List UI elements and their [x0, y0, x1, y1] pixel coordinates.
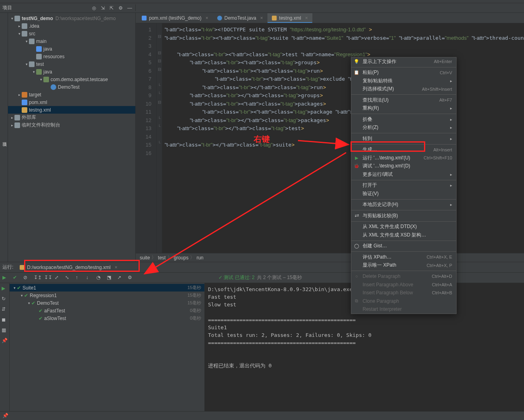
- gear-icon[interactable]: ⚙: [118, 5, 124, 11]
- tree-main[interactable]: ▾main: [8, 37, 135, 45]
- expand-icon[interactable]: ⇲: [101, 5, 106, 11]
- run-config-tab[interactable]: D:/workspace/testNG_demo/testng.xml ×: [16, 263, 120, 272]
- tree-cls[interactable]: DemoTest: [8, 83, 135, 91]
- locate-icon[interactable]: ◎: [92, 5, 98, 11]
- ctx-gen-dtd[interactable]: 从 XML 文件生成 DTD(X): [351, 223, 456, 231]
- ctx-refactor[interactable]: 重构(R)▸: [351, 104, 456, 113]
- expand-icon[interactable]: ⤢: [55, 275, 61, 281]
- editor-tabs: pom.xml (testNG_demo)× DemoTest.java× te…: [136, 13, 524, 23]
- ctx-more-run[interactable]: 更多运行/调试▸: [351, 170, 456, 179]
- breadcrumb[interactable]: suite〉 test〉 groups〉 run: [136, 253, 524, 262]
- module-icon: [14, 16, 20, 21]
- line-gutter[interactable]: 12345678910111213141516: [136, 23, 157, 253]
- close-icon[interactable]: ×: [206, 15, 208, 21]
- ctx-find-usages[interactable]: 查找用法(U)Alt+F7: [351, 96, 456, 104]
- test-status: ✓ 测试 已通过: 2 共 2 个测试 – 15毫秒: [218, 274, 302, 281]
- ctx-show-context[interactable]: 💡显示上下文操作Alt+Enter: [351, 57, 456, 66]
- code-editor[interactable]: "t-attr">class="t-kw"><!DOCTYPE suite SY…: [162, 23, 524, 253]
- ctx-local-history[interactable]: 本地历史记录(H)▸: [351, 201, 456, 209]
- run-icon: ▶: [354, 155, 359, 161]
- test-tree[interactable]: ▾✔Suite115毫秒 ▾✔Regression115毫秒 ▾✔DemoTes…: [10, 283, 205, 411]
- pin-icon[interactable]: 📌: [2, 338, 8, 344]
- scratch-icon: [14, 122, 20, 128]
- tree-scratch[interactable]: ▸临时文件和控制台: [8, 121, 135, 129]
- collapse-icon[interactable]: ⇱: [110, 5, 115, 11]
- breadcrumb-item[interactable]: groups: [174, 255, 189, 261]
- close-icon[interactable]: ×: [305, 15, 308, 21]
- breadcrumb-item[interactable]: suite: [140, 255, 150, 261]
- stats-icon[interactable]: ⬔: [107, 275, 113, 281]
- tab-pom[interactable]: pom.xml (testNG_demo)×: [137, 13, 213, 23]
- left-gutter-strip[interactable]: 项目: [0, 13, 8, 262]
- ctx-debug[interactable]: 🐞调试 '…\testng.xml'(D): [351, 162, 456, 171]
- ctx-paste[interactable]: 📋粘贴(P)Ctrl+V: [351, 69, 456, 77]
- ctx-show-xpath[interactable]: 显示唯一 XPathCtrl+Alt+X, P: [351, 261, 456, 270]
- prev-icon[interactable]: ↑: [75, 275, 82, 281]
- ctx-paste-special[interactable]: 复制/粘贴特殊▸: [351, 77, 456, 85]
- export-icon[interactable]: ↗: [117, 275, 124, 281]
- tree-test[interactable]: ▾test: [8, 60, 135, 68]
- test-suite-row[interactable]: ▾✔Suite115毫秒: [10, 284, 204, 292]
- ctx-fold[interactable]: 折叠▸: [351, 115, 456, 124]
- sort2-icon[interactable]: ↧↧: [44, 275, 51, 281]
- bulb-icon: 💡: [354, 59, 359, 64]
- ctx-analyze[interactable]: 分析(Z)▸: [351, 124, 456, 132]
- layout-icon[interactable]: ▦: [2, 327, 8, 334]
- rerun-icon[interactable]: ▶: [2, 285, 8, 292]
- test-folder-icon: [36, 69, 42, 75]
- ctx-compare-clip[interactable]: ⮂与剪贴板比较(B): [351, 212, 456, 220]
- paste-icon: 📋: [354, 70, 359, 75]
- ctx-run[interactable]: ▶运行 '…\testng.xml'(U)Ctrl+Shift+F10: [351, 154, 456, 162]
- tree-root-path: D:\workspace\testNG_demo: [55, 16, 116, 21]
- rerun-failed-icon[interactable]: ↻: [2, 296, 8, 302]
- close-icon[interactable]: ×: [114, 265, 117, 270]
- gear-icon[interactable]: ⚙: [128, 275, 134, 281]
- breadcrumb-item[interactable]: run: [196, 255, 203, 261]
- source-folder-icon: [36, 46, 42, 52]
- ctx-gist[interactable]: ◯创建 Gist…: [351, 242, 456, 251]
- ctx-clone-para: ⧉Clone Paragraph: [351, 297, 456, 306]
- fold-column[interactable]: ⊟ ⊟⊟⊟ └└ ⊟└ └└: [157, 23, 162, 253]
- tab-testng[interactable]: testng.xml×: [267, 13, 312, 23]
- ctx-generate[interactable]: 生成…Alt+Insert: [351, 146, 456, 154]
- tree-testng[interactable]: testng.xml: [8, 106, 135, 114]
- tree-ext-lib[interactable]: ▸外部库: [8, 114, 135, 121]
- pin-icon[interactable]: 📌: [2, 413, 9, 419]
- tree-pkg[interactable]: ▾com.demo.apitest.testcase: [8, 75, 135, 83]
- test-class-row[interactable]: ▾✔DemoTest15毫秒: [10, 299, 204, 307]
- ctx-gen-xsd[interactable]: 从 XML 文件生成 XSD 架构…: [351, 231, 456, 239]
- sort-icon[interactable]: ↧↥: [34, 275, 40, 281]
- cross-icon[interactable]: ⊘: [23, 275, 30, 281]
- next-icon[interactable]: ↓: [86, 275, 92, 281]
- ctx-eval-xpath[interactable]: 评估 XPath…Ctrl+Alt+X, E: [351, 253, 456, 261]
- tree-test-java[interactable]: ▾java: [8, 68, 135, 75]
- xml-file-icon: [22, 107, 27, 113]
- hide-icon[interactable]: —: [127, 5, 133, 11]
- ctx-open-in[interactable]: 打开于▸: [351, 181, 456, 190]
- tab-demotest[interactable]: DemoTest.java×: [213, 13, 267, 23]
- breadcrumb-item[interactable]: test: [158, 255, 165, 261]
- collapse-icon[interactable]: ⤡: [65, 275, 71, 281]
- tree-src[interactable]: ▾src: [8, 30, 135, 37]
- tree-main-res[interactable]: resources: [8, 53, 135, 60]
- tree-main-java[interactable]: java: [8, 45, 135, 53]
- ctx-goto[interactable]: 转到▸: [351, 135, 456, 143]
- tree-idea[interactable]: ▸.idea: [8, 22, 135, 30]
- github-icon: ◯: [354, 243, 359, 249]
- test-method-row[interactable]: ✔aFastTest0毫秒: [10, 307, 204, 314]
- project-toolbar: 项目 ◎ ⇲ ⇱ ⚙ —: [0, 3, 524, 13]
- ctx-validate[interactable]: 验证(V): [351, 190, 456, 198]
- run-icon[interactable]: ▶: [2, 275, 9, 281]
- close-icon[interactable]: ×: [260, 15, 263, 21]
- toggle-icon[interactable]: ⇵: [2, 306, 8, 313]
- check-icon[interactable]: ✔: [13, 275, 19, 281]
- timer-icon[interactable]: ◔: [96, 275, 103, 281]
- tree-root[interactable]: ▾ testNG_demo D:\workspace\testNG_demo: [8, 14, 135, 22]
- ctx-column-mode[interactable]: 列选择模式(M)Alt+Shift+Insert: [351, 85, 456, 94]
- project-tree[interactable]: ▾ testNG_demo D:\workspace\testNG_demo ▸…: [8, 13, 136, 262]
- tree-target[interactable]: ▸target: [8, 91, 135, 98]
- test-method-row[interactable]: ✔aSlowTest0毫秒: [10, 314, 204, 322]
- tree-pom[interactable]: pom.xml: [8, 98, 135, 106]
- test-regression-row[interactable]: ▾✔Regression115毫秒: [10, 292, 204, 299]
- stop-icon[interactable]: ◼: [2, 317, 8, 323]
